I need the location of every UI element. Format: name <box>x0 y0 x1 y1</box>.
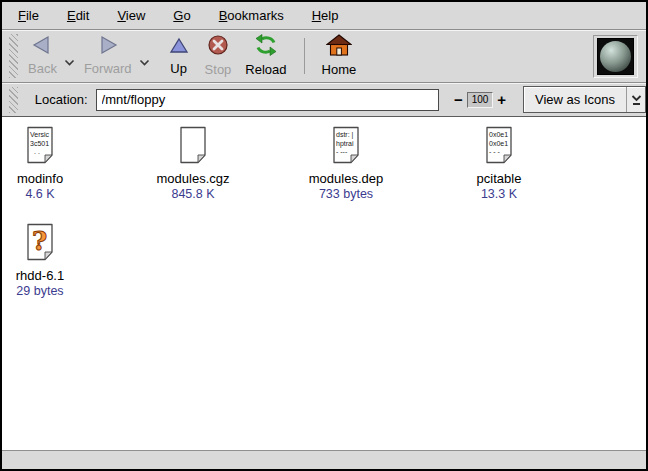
forward-history-dropdown-icon[interactable] <box>139 52 150 70</box>
svg-text:hptrai: hptrai <box>336 140 354 148</box>
file-icon-view: Versic 3c501 . . modinfo 4.6 K modules.c… <box>2 117 646 450</box>
toolbar: Back Forward Up <box>2 30 646 83</box>
home-button[interactable]: Home <box>315 31 364 81</box>
svg-text:?: ? <box>32 226 47 256</box>
back-button-label: Back <box>28 61 57 76</box>
up-button-label: Up <box>170 61 187 76</box>
menu-go[interactable]: Go <box>159 3 204 28</box>
location-input[interactable] <box>96 89 439 111</box>
reload-icon <box>254 34 278 60</box>
location-label: Location: <box>35 92 88 107</box>
svg-text:- ---: - --- <box>336 148 348 155</box>
file-name: rhdd-6.1 <box>16 268 64 283</box>
svg-text:0x0e1: 0x0e1 <box>489 131 508 138</box>
text-document-icon: 0x0e1 0x0e1 - - - <box>484 126 514 168</box>
menu-view[interactable]: View <box>103 3 159 28</box>
file-item-modules-cgz[interactable]: modules.cgz 845.8 K <box>155 126 231 201</box>
back-history-dropdown-icon[interactable] <box>64 52 75 70</box>
view-mode-label: View as Icons <box>524 87 626 112</box>
file-size: 733 bytes <box>319 187 373 201</box>
forward-button[interactable]: Forward <box>77 32 139 80</box>
view-mode-dropdown[interactable]: View as Icons <box>523 86 646 113</box>
up-arrow-icon <box>168 36 190 59</box>
forward-button-label: Forward <box>84 61 132 76</box>
chevron-down-icon <box>626 87 645 112</box>
throbber <box>597 38 634 75</box>
file-item-modinfo[interactable]: Versic 3c501 . . modinfo 4.6 K <box>2 126 78 201</box>
reload-button-label: Reload <box>245 62 286 77</box>
zoom-in-button[interactable]: + <box>493 91 510 108</box>
menu-help[interactable]: Help <box>298 3 353 28</box>
svg-text:- - -: - - - <box>489 148 501 155</box>
throbber-frame <box>593 35 638 78</box>
file-name: modinfo <box>17 171 63 186</box>
zoom-level-indicator[interactable]: 100 <box>467 92 494 108</box>
svg-text:3c501: 3c501 <box>30 140 49 147</box>
up-button[interactable]: Up <box>160 33 198 80</box>
stop-button-label: Stop <box>205 62 232 77</box>
toolbar-grip-handle[interactable] <box>9 34 18 78</box>
svg-text:Versic: Versic <box>30 131 50 138</box>
svg-text:dstr: |: dstr: | <box>336 131 354 139</box>
stop-icon <box>207 35 229 60</box>
location-bar-grip-handle[interactable] <box>9 87 18 113</box>
file-name: pcitable <box>477 171 522 186</box>
file-size: 13.3 K <box>481 187 517 201</box>
svg-text:0x0e1: 0x0e1 <box>489 140 508 147</box>
svg-text:. .: . . <box>34 148 40 155</box>
file-item-pcitable[interactable]: 0x0e1 0x0e1 - - - pcitable 13.3 K <box>461 126 537 201</box>
status-bar <box>2 450 646 469</box>
plain-document-icon <box>178 126 208 168</box>
throbber-sphere-icon <box>600 41 631 72</box>
back-arrow-icon <box>29 35 55 59</box>
forward-arrow-icon <box>95 35 121 59</box>
file-item-rhdd[interactable]: ? rhdd-6.1 29 bytes <box>2 223 78 298</box>
unknown-document-icon: ? <box>25 223 55 265</box>
toolbar-separator <box>304 38 305 74</box>
menu-file[interactable]: File <box>4 3 53 28</box>
reload-button[interactable]: Reload <box>238 31 293 81</box>
menu-bookmarks[interactable]: Bookmarks <box>205 3 298 28</box>
stop-button[interactable]: Stop <box>198 32 239 81</box>
home-button-label: Home <box>322 62 357 77</box>
file-size: 845.8 K <box>171 187 214 201</box>
file-item-modules-dep[interactable]: dstr: | hptrai - --- modules.dep 733 byt… <box>308 126 384 201</box>
home-icon <box>326 34 352 60</box>
menu-bar: File Edit View Go Bookmarks Help <box>2 2 646 30</box>
file-manager-window: File Edit View Go Bookmarks Help Back Fo… <box>0 0 648 471</box>
menu-edit[interactable]: Edit <box>53 3 103 28</box>
location-bar: Location: − 100 + View as Icons <box>2 83 646 117</box>
file-size: 29 bytes <box>16 284 63 298</box>
text-document-icon: Versic 3c501 . . <box>25 126 55 168</box>
text-document-icon: dstr: | hptrai - --- <box>331 126 361 168</box>
file-name: modules.cgz <box>157 171 230 186</box>
back-button[interactable]: Back <box>21 32 64 80</box>
zoom-out-button[interactable]: − <box>450 91 467 108</box>
file-name: modules.dep <box>309 171 383 186</box>
file-size: 4.6 K <box>25 187 54 201</box>
